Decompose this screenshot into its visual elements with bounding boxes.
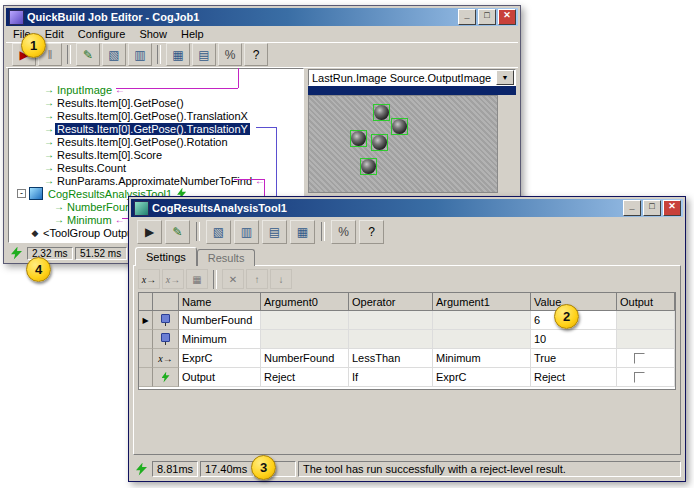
- found-blob-marker: [373, 104, 390, 121]
- tree-item-count[interactable]: → Results.Count: [9, 161, 303, 174]
- open-button[interactable]: ▧: [206, 220, 231, 244]
- delete-row-icon[interactable]: ✕: [222, 269, 244, 289]
- output-checkbox[interactable]: [634, 372, 645, 383]
- open-button[interactable]: ▧: [102, 43, 126, 66]
- table-row-selector[interactable]: [139, 330, 153, 349]
- col-operator[interactable]: Operator: [349, 293, 433, 311]
- cell-name[interactable]: Minimum: [179, 330, 261, 349]
- cell-name[interactable]: Output: [179, 368, 261, 387]
- tool-toolbar: ▶ ✎ ▧ ▥ ▤ ▦ % ?: [131, 218, 683, 245]
- cell-name[interactable]: NumberFound: [179, 311, 261, 330]
- cell-operator[interactable]: LessThan: [349, 349, 433, 368]
- output-arrow-icon: →: [43, 175, 55, 186]
- callout-3: 3: [251, 455, 276, 480]
- copy-results-button[interactable]: ▤: [262, 220, 287, 244]
- total-time-field: 17.40ms: [200, 461, 254, 477]
- cell-argument1[interactable]: Minimum: [433, 349, 531, 368]
- grid-button[interactable]: ▦: [290, 220, 315, 244]
- cell-value[interactable]: 10: [531, 330, 617, 349]
- combo-selected-value: LastRun.Image Source.OutputImage: [309, 72, 496, 84]
- output-arrow-icon: →: [43, 162, 55, 173]
- cell-operator[interactable]: If: [349, 368, 433, 387]
- output-arrow-icon: →: [43, 149, 55, 160]
- cell-operator: [349, 311, 433, 330]
- diamond-icon: ◆: [29, 228, 41, 238]
- cell-argument1[interactable]: ExprC: [433, 368, 531, 387]
- col-row-selector: [139, 293, 153, 311]
- toolbar-separator: [196, 222, 200, 241]
- callout-2: 2: [554, 304, 579, 329]
- tool-statusbar: 8.81ms 17.40ms The tool has run successf…: [131, 459, 683, 479]
- col-argument0[interactable]: Argument0: [261, 293, 349, 311]
- document-view-button[interactable]: ▤: [192, 43, 216, 66]
- chevron-down-icon: ▼: [502, 74, 509, 81]
- maximize-button[interactable]: □: [643, 200, 661, 216]
- menu-show[interactable]: Show: [132, 26, 174, 42]
- input-link-arrow-icon: ←: [254, 175, 266, 186]
- cell-value[interactable]: Reject: [531, 368, 617, 387]
- tree-item-translationx[interactable]: → Results.Item[0].GetPose().TranslationX: [9, 109, 303, 122]
- menu-configure[interactable]: Configure: [71, 26, 133, 42]
- col-name[interactable]: Name: [179, 293, 261, 311]
- zoom-percent-button[interactable]: %: [218, 43, 242, 66]
- table-row-selector[interactable]: ▶: [139, 311, 153, 330]
- desktop: QuickBuild Job Editor - CogJob1 _ □ ✕ Fi…: [0, 0, 694, 488]
- col-argument1[interactable]: Argument1: [433, 293, 531, 311]
- table-row-selector[interactable]: [139, 349, 153, 368]
- cell-value[interactable]: True: [531, 349, 617, 368]
- pin-icon: [160, 314, 171, 326]
- col-output[interactable]: Output: [617, 293, 675, 311]
- tab-results[interactable]: Results: [197, 249, 256, 266]
- output-arrow-icon: →: [53, 201, 65, 212]
- tree-item-inputimage[interactable]: → InputImage ←: [9, 83, 303, 96]
- cogresults-window: CogResultsAnalysisTool1 _ □ ✕ ▶ ✎ ▧ ▥ ▤ …: [128, 196, 686, 482]
- maximize-button[interactable]: □: [478, 9, 496, 25]
- help-button[interactable]: ?: [244, 43, 268, 66]
- menu-help[interactable]: Help: [174, 26, 211, 42]
- cell-output: [617, 368, 675, 387]
- close-button[interactable]: ✕: [498, 9, 516, 25]
- toolbar-separator: [213, 270, 217, 289]
- tree-item-rotation[interactable]: → Results.Item[0].GetPose().Rotation: [9, 135, 303, 148]
- electric-run-button[interactable]: ✎: [165, 220, 190, 244]
- run-status-bolt-icon: [11, 247, 22, 260]
- tool-time-field: 8.81ms: [152, 461, 198, 477]
- blob: [372, 135, 387, 150]
- save-button[interactable]: ▥: [128, 43, 152, 66]
- add-expression-icon[interactable]: x→: [138, 269, 160, 289]
- move-down-icon[interactable]: ↓: [270, 269, 292, 289]
- close-button[interactable]: ✕: [663, 200, 681, 216]
- found-blob-marker: [350, 130, 367, 147]
- tree-item-runparams[interactable]: → RunParams.ApproximateNumberToFind ←: [9, 174, 303, 187]
- help-button[interactable]: ?: [359, 220, 384, 244]
- combo-dropdown-button[interactable]: ▼: [496, 70, 514, 85]
- cogresults-titlebar[interactable]: CogResultsAnalysisTool1 _ □ ✕: [131, 199, 683, 217]
- edit-expression-icon[interactable]: x→: [162, 269, 184, 289]
- run-tool-button[interactable]: ▶: [137, 220, 162, 244]
- tree-item-translationy[interactable]: → Results.Item[0].GetPose().TranslationY: [9, 122, 303, 135]
- cell-name[interactable]: ExprC: [179, 349, 261, 368]
- move-up-icon[interactable]: ↑: [246, 269, 268, 289]
- toolbar-separator: [67, 45, 71, 64]
- zoom-percent-button[interactable]: %: [331, 220, 356, 244]
- collapse-icon[interactable]: -: [17, 189, 26, 198]
- edit-button[interactable]: ✎: [76, 43, 100, 66]
- quickbuild-titlebar[interactable]: QuickBuild Job Editor - CogJob1 _ □ ✕: [6, 8, 518, 26]
- image-source-combo[interactable]: LastRun.Image Source.OutputImage ▼: [308, 69, 516, 86]
- output-arrow-icon: →: [43, 123, 55, 134]
- blob: [374, 105, 389, 120]
- grid-options-icon[interactable]: ▦: [186, 269, 208, 289]
- minimize-button[interactable]: _: [458, 9, 476, 25]
- tree-item-getpose[interactable]: → Results.Item[0].GetPose(): [9, 96, 303, 109]
- cell-argument0[interactable]: NumberFound: [261, 349, 349, 368]
- output-arrow-icon: →: [43, 110, 55, 121]
- tree-item-score[interactable]: → Results.Item[0].Score: [9, 148, 303, 161]
- output-arrow-icon: →: [43, 84, 55, 95]
- cell-argument0[interactable]: Reject: [261, 368, 349, 387]
- save-button[interactable]: ▥: [234, 220, 259, 244]
- tab-settings[interactable]: Settings: [135, 247, 197, 266]
- grid-view-button[interactable]: ▦: [166, 43, 190, 66]
- table-row-selector[interactable]: [139, 368, 153, 387]
- minimize-button[interactable]: _: [623, 200, 641, 216]
- output-checkbox[interactable]: [634, 353, 645, 364]
